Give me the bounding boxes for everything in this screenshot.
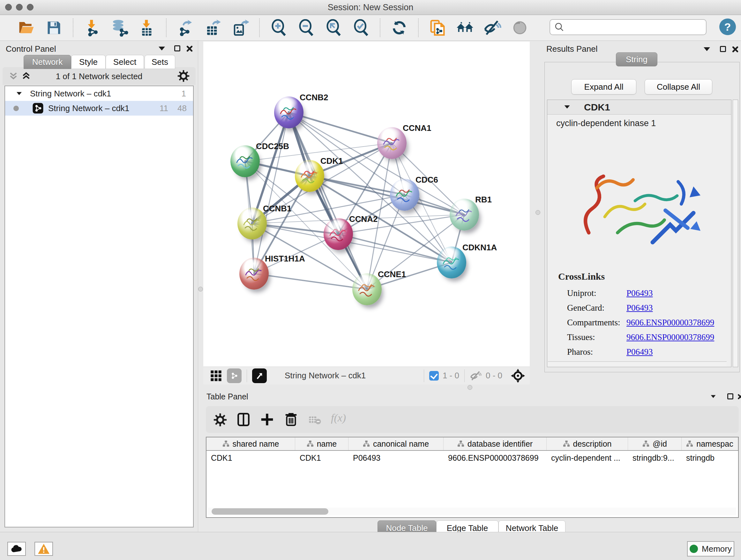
column-header-namespac[interactable]: namespac (682, 437, 738, 450)
collapse-all-button[interactable]: Collapse All (645, 79, 712, 95)
tab-style[interactable]: Style (71, 55, 106, 69)
network-node-cdkn1a[interactable] (437, 246, 466, 278)
column-header--id[interactable]: @id (628, 437, 682, 450)
panel-menu-icon[interactable] (711, 395, 716, 398)
crosslink-link[interactable]: P06493 (626, 347, 653, 357)
panel-close-icon[interactable] (732, 46, 739, 53)
open-session-icon[interactable] (17, 19, 36, 37)
export-network-icon[interactable] (177, 19, 194, 37)
open-in-new-window-icon[interactable] (252, 368, 267, 383)
zoom-fit-icon[interactable] (325, 19, 342, 37)
horizontal-scrollbar[interactable] (548, 361, 727, 366)
hidden-eye-icon[interactable] (470, 369, 482, 382)
tab-network[interactable]: Network (23, 55, 71, 69)
gene-entry-header[interactable]: CDK1 (547, 100, 731, 115)
collection-expander-icon[interactable] (17, 92, 22, 95)
network-edge[interactable] (254, 112, 289, 273)
expand-all-button[interactable]: Expand All (571, 79, 636, 95)
network-node-rb1[interactable] (450, 199, 479, 231)
network-node-ccnb1[interactable] (238, 207, 267, 240)
help-button[interactable]: ? (719, 18, 736, 35)
network-node-cdc25b[interactable] (230, 145, 260, 177)
home-networks-icon[interactable] (456, 19, 474, 37)
table-row[interactable]: CDK1CDK1P064939606.ENSP00000378699cyclin… (206, 451, 738, 465)
network-node-ccna2[interactable] (324, 218, 353, 250)
network-node-cdk1[interactable] (295, 160, 324, 192)
scrollbar-thumb[interactable] (212, 508, 328, 515)
tab-select[interactable]: Select (106, 55, 144, 69)
panel-float-icon[interactable] (720, 46, 726, 52)
tab-string[interactable]: String (616, 52, 657, 66)
save-session-icon[interactable] (45, 19, 63, 37)
cloud-button[interactable] (7, 542, 26, 556)
table-gear-icon[interactable] (213, 413, 227, 427)
zoom-in-icon[interactable] (270, 19, 287, 37)
table-horizontal-scrollbar[interactable] (208, 508, 736, 515)
network-edge[interactable] (289, 112, 392, 143)
clipboard-network-icon[interactable] (428, 19, 447, 37)
show-columns-icon[interactable] (237, 413, 251, 427)
crosslink-link[interactable]: 9606.ENSP00000378699 (626, 332, 714, 342)
column-header-database-identifier[interactable]: database identifier (444, 437, 547, 450)
delete-column-icon[interactable] (284, 412, 298, 427)
close-window-button[interactable] (5, 4, 12, 10)
column-header-name[interactable]: name (295, 437, 348, 450)
refresh-icon[interactable] (390, 19, 408, 37)
splitter-handle[interactable] (198, 287, 203, 292)
string-view-icon[interactable] (227, 368, 242, 383)
crosslink-link[interactable]: P06493 (626, 288, 653, 298)
network-node-cdc6[interactable] (390, 179, 419, 211)
gear-icon[interactable] (178, 70, 190, 82)
crosslink-link[interactable]: 9606.ENSP00000378699 (626, 318, 714, 327)
panel-close-icon[interactable] (738, 394, 741, 400)
table-cell[interactable]: stringdb (682, 451, 738, 465)
memory-button[interactable]: Memory (687, 541, 734, 557)
zoom-out-icon[interactable] (297, 19, 315, 37)
import-network-from-database-icon[interactable] (111, 19, 129, 37)
birdseye-view-icon[interactable] (511, 368, 525, 383)
warning-button[interactable] (35, 542, 53, 556)
table-cell[interactable]: cyclin-dependent ... (547, 451, 628, 465)
entry-expander-icon[interactable] (564, 105, 570, 109)
table-cell[interactable]: P06493 (348, 451, 444, 465)
network-row[interactable]: String Network – cdk1 11 48 (5, 101, 193, 116)
panel-menu-icon[interactable] (158, 47, 165, 51)
export-table-icon[interactable] (204, 19, 222, 37)
crosslink-link[interactable]: P06493 (626, 303, 653, 313)
column-header-canonical-name[interactable]: canonical name (348, 437, 444, 450)
network-collection-row[interactable]: String Network – cdk1 1 (5, 86, 193, 101)
column-header-shared-name[interactable]: shared name (206, 437, 295, 450)
splitter-handle[interactable] (468, 385, 472, 390)
network-node-ccna1[interactable] (377, 127, 407, 159)
network-edge[interactable] (254, 273, 367, 289)
export-image-icon[interactable] (231, 19, 249, 37)
table-cell[interactable]: 9606.ENSP00000378699 (444, 451, 547, 465)
import-table-icon[interactable] (138, 19, 156, 37)
preview-eye-icon[interactable] (511, 19, 529, 37)
table-cell[interactable]: CDK1 (295, 451, 348, 465)
grid-view-icon[interactable] (210, 369, 222, 382)
splitter-handle[interactable] (536, 210, 540, 215)
table-cell[interactable]: stringdb:9... (628, 451, 682, 465)
network-canvas[interactable]: CCNB2CCNA1CDC25BCDK1CDC6RB1CCNB1CCNA2CDK… (203, 42, 530, 367)
search-bar[interactable] (549, 19, 706, 35)
panel-menu-icon[interactable] (704, 47, 710, 51)
show-hide-eye-icon[interactable] (483, 19, 501, 37)
zoom-window-button[interactable] (27, 4, 33, 10)
import-network-icon[interactable] (83, 19, 101, 37)
vertical-scrollbar[interactable] (733, 100, 738, 367)
table-cell[interactable]: CDK1 (206, 451, 295, 465)
column-header-description[interactable]: description (547, 437, 628, 450)
tab-sets[interactable]: Sets (145, 55, 175, 69)
network-node-ccnb2[interactable] (274, 97, 304, 128)
minimize-window-button[interactable] (16, 4, 23, 10)
network-node-ccne1[interactable] (352, 273, 382, 305)
panel-float-icon[interactable] (174, 45, 180, 51)
panel-close-icon[interactable] (186, 45, 193, 52)
search-input[interactable] (567, 22, 706, 32)
selected-nodes-checkbox[interactable] (429, 371, 439, 381)
zoom-selected-icon[interactable] (352, 19, 370, 37)
panel-float-icon[interactable] (727, 393, 733, 399)
network-node-hist1h1a[interactable] (239, 258, 269, 290)
add-column-icon[interactable] (260, 413, 274, 427)
